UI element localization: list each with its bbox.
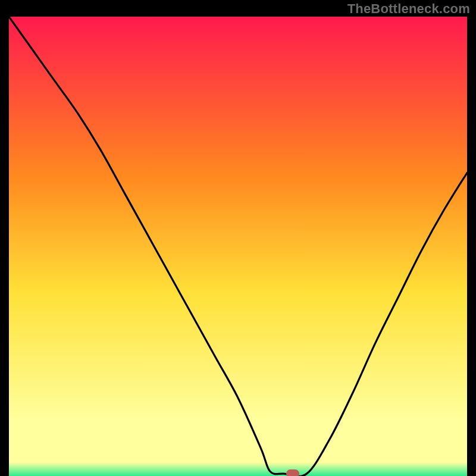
- plot-area: [9, 17, 467, 476]
- plot-svg: [9, 17, 467, 476]
- optimal-point-marker: [286, 469, 299, 476]
- watermark-text: TheBottleneck.com: [347, 1, 470, 17]
- chart-frame: TheBottleneck.com: [0, 0, 476, 476]
- gradient-background: [9, 17, 467, 476]
